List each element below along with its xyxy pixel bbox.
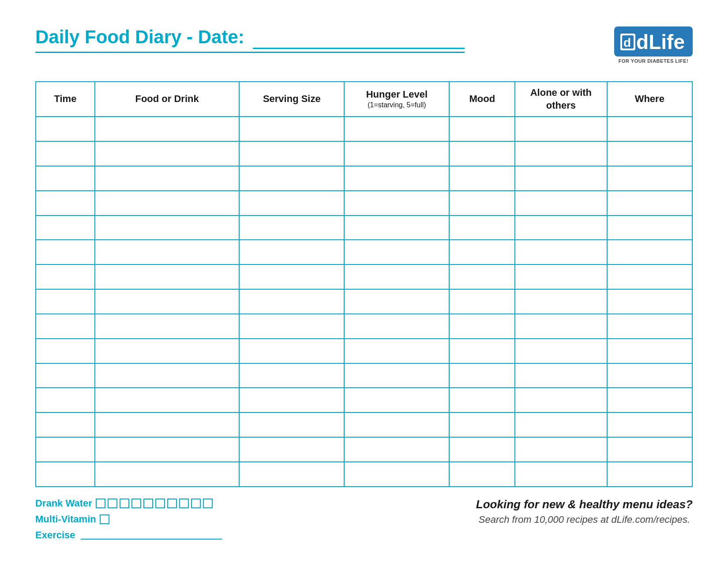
table-cell[interactable] <box>515 117 607 141</box>
table-cell[interactable] <box>607 117 692 141</box>
table-cell[interactable] <box>607 339 692 363</box>
table-cell[interactable] <box>36 166 95 191</box>
table-cell[interactable] <box>515 264 607 289</box>
table-cell[interactable] <box>36 437 95 462</box>
table-cell[interactable] <box>607 264 692 289</box>
table-cell[interactable] <box>239 314 344 339</box>
table-cell[interactable] <box>515 388 607 412</box>
table-cell[interactable] <box>95 117 239 141</box>
table-cell[interactable] <box>36 314 95 339</box>
table-cell[interactable] <box>344 141 449 166</box>
table-cell[interactable] <box>36 215 95 240</box>
water-checkbox-7[interactable] <box>167 499 177 508</box>
table-cell[interactable] <box>344 388 449 412</box>
table-cell[interactable] <box>515 437 607 462</box>
water-checkbox-1[interactable] <box>96 499 105 508</box>
table-cell[interactable] <box>449 437 515 462</box>
table-cell[interactable] <box>36 117 95 141</box>
table-cell[interactable] <box>344 166 449 191</box>
table-cell[interactable] <box>239 412 344 437</box>
table-cell[interactable] <box>239 363 344 388</box>
table-cell[interactable] <box>449 191 515 215</box>
water-checkbox-4[interactable] <box>131 499 141 508</box>
table-cell[interactable] <box>344 215 449 240</box>
table-cell[interactable] <box>515 412 607 437</box>
table-cell[interactable] <box>95 191 239 215</box>
table-cell[interactable] <box>239 166 344 191</box>
table-cell[interactable] <box>515 240 607 264</box>
table-cell[interactable] <box>607 141 692 166</box>
table-cell[interactable] <box>607 166 692 191</box>
table-cell[interactable] <box>515 289 607 314</box>
table-cell[interactable] <box>449 388 515 412</box>
table-cell[interactable] <box>449 412 515 437</box>
table-cell[interactable] <box>607 191 692 215</box>
table-cell[interactable] <box>36 339 95 363</box>
table-cell[interactable] <box>36 264 95 289</box>
table-cell[interactable] <box>95 240 239 264</box>
table-cell[interactable] <box>95 314 239 339</box>
table-cell[interactable] <box>449 314 515 339</box>
table-cell[interactable] <box>449 363 515 388</box>
table-cell[interactable] <box>344 289 449 314</box>
table-cell[interactable] <box>607 240 692 264</box>
table-cell[interactable] <box>95 363 239 388</box>
table-cell[interactable] <box>344 314 449 339</box>
table-cell[interactable] <box>344 412 449 437</box>
table-cell[interactable] <box>36 412 95 437</box>
table-cell[interactable] <box>515 314 607 339</box>
table-cell[interactable] <box>449 240 515 264</box>
table-cell[interactable] <box>36 289 95 314</box>
table-cell[interactable] <box>515 191 607 215</box>
table-cell[interactable] <box>239 141 344 166</box>
table-cell[interactable] <box>239 339 344 363</box>
table-cell[interactable] <box>449 215 515 240</box>
water-checkbox-5[interactable] <box>143 499 153 508</box>
table-cell[interactable] <box>607 215 692 240</box>
table-cell[interactable] <box>449 141 515 166</box>
water-checkbox-2[interactable] <box>108 499 117 508</box>
table-cell[interactable] <box>607 314 692 339</box>
table-cell[interactable] <box>239 264 344 289</box>
table-cell[interactable] <box>95 264 239 289</box>
water-checkbox-9[interactable] <box>191 499 201 508</box>
table-cell[interactable] <box>449 462 515 487</box>
table-cell[interactable] <box>449 264 515 289</box>
table-cell[interactable] <box>239 462 344 487</box>
table-cell[interactable] <box>239 437 344 462</box>
table-cell[interactable] <box>449 289 515 314</box>
water-checkbox-8[interactable] <box>179 499 189 508</box>
table-cell[interactable] <box>344 462 449 487</box>
table-cell[interactable] <box>515 339 607 363</box>
water-checkbox-6[interactable] <box>155 499 165 508</box>
table-cell[interactable] <box>95 339 239 363</box>
table-cell[interactable] <box>449 166 515 191</box>
table-cell[interactable] <box>344 117 449 141</box>
table-cell[interactable] <box>95 412 239 437</box>
table-cell[interactable] <box>95 462 239 487</box>
table-cell[interactable] <box>239 289 344 314</box>
table-cell[interactable] <box>344 363 449 388</box>
multivitamin-checkbox[interactable] <box>100 514 109 524</box>
table-cell[interactable] <box>95 289 239 314</box>
table-cell[interactable] <box>515 363 607 388</box>
table-cell[interactable] <box>239 240 344 264</box>
table-cell[interactable] <box>607 388 692 412</box>
table-cell[interactable] <box>95 141 239 166</box>
table-cell[interactable] <box>515 215 607 240</box>
table-cell[interactable] <box>36 363 95 388</box>
table-cell[interactable] <box>449 117 515 141</box>
table-cell[interactable] <box>36 388 95 412</box>
table-cell[interactable] <box>36 141 95 166</box>
table-cell[interactable] <box>607 363 692 388</box>
table-cell[interactable] <box>607 289 692 314</box>
table-cell[interactable] <box>344 437 449 462</box>
table-cell[interactable] <box>607 462 692 487</box>
table-cell[interactable] <box>95 166 239 191</box>
table-cell[interactable] <box>344 339 449 363</box>
table-cell[interactable] <box>515 166 607 191</box>
table-cell[interactable] <box>239 191 344 215</box>
table-cell[interactable] <box>36 462 95 487</box>
table-cell[interactable] <box>239 215 344 240</box>
table-cell[interactable] <box>95 437 239 462</box>
